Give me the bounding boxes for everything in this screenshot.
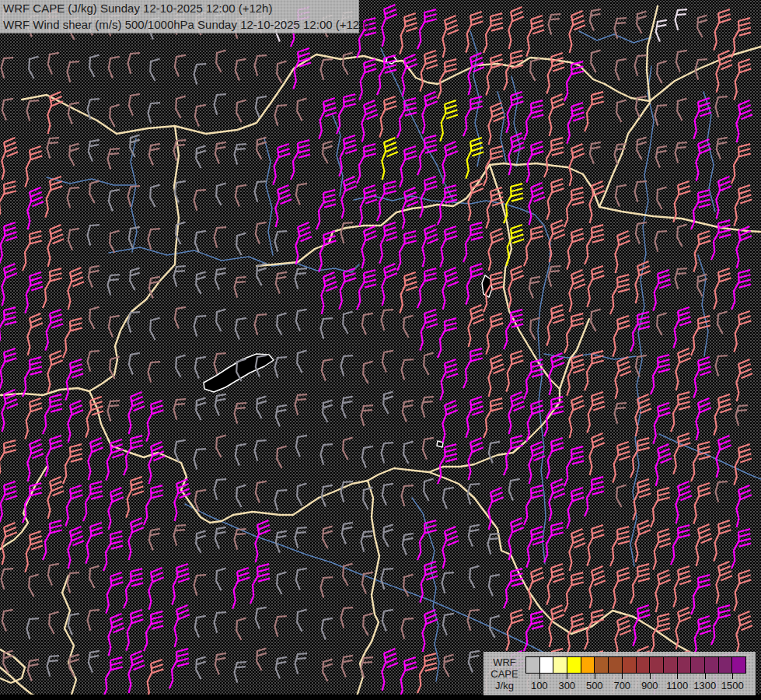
wind-barb bbox=[339, 394, 354, 418]
wind-barb bbox=[145, 359, 160, 383]
colorbar-cell bbox=[623, 657, 637, 673]
wind-barb bbox=[421, 91, 438, 135]
wind-barb bbox=[712, 267, 732, 311]
wind-barb bbox=[710, 218, 734, 263]
wind-barb bbox=[231, 526, 247, 550]
wind-barb bbox=[568, 395, 585, 439]
wind-barb bbox=[548, 604, 565, 648]
wind-barb bbox=[672, 265, 688, 289]
wind-barb bbox=[672, 6, 688, 30]
wind-barb bbox=[104, 571, 124, 615]
wind-barb bbox=[522, 357, 546, 402]
wind-barb bbox=[0, 347, 18, 391]
wind-barb bbox=[587, 140, 602, 164]
wind-barb bbox=[44, 653, 60, 677]
wind-barb bbox=[1, 389, 19, 432]
colorbar-tick bbox=[650, 674, 651, 679]
wind-barb bbox=[127, 650, 146, 694]
legend-label: WRF CAPE J/kg bbox=[483, 652, 525, 691]
wind-barb bbox=[84, 607, 99, 631]
colorbar-cell bbox=[719, 657, 733, 673]
wind-barb bbox=[172, 53, 186, 77]
wind-barb bbox=[695, 138, 712, 182]
map-canvas bbox=[0, 0, 761, 700]
wind-barb bbox=[231, 400, 247, 424]
wind-barb bbox=[613, 57, 627, 81]
wind-barb bbox=[253, 220, 267, 244]
colorbar-cell bbox=[609, 657, 623, 673]
wind-barb bbox=[26, 313, 44, 356]
wind-barb bbox=[232, 57, 246, 81]
wind-barb bbox=[317, 441, 333, 465]
wind-barb bbox=[23, 615, 39, 639]
wind-barb bbox=[44, 434, 64, 478]
wind-barb bbox=[528, 182, 546, 226]
wind-barb bbox=[321, 399, 333, 422]
wind-barb bbox=[0, 179, 18, 224]
wind-barb bbox=[190, 61, 206, 85]
wind-barb bbox=[422, 478, 434, 501]
wind-barb bbox=[23, 397, 44, 441]
wind-barb bbox=[568, 143, 585, 187]
wind-barb bbox=[0, 54, 13, 79]
wind-barb bbox=[341, 436, 353, 460]
wind-barb bbox=[341, 310, 353, 334]
wind-barb bbox=[482, 144, 504, 189]
wind-barb bbox=[484, 53, 504, 97]
wind-barb bbox=[464, 10, 484, 54]
wind-barb bbox=[649, 485, 672, 530]
wind-barb bbox=[194, 145, 207, 168]
colorbar-tick-label: 100 bbox=[531, 680, 548, 691]
wind-barb bbox=[508, 265, 525, 309]
wind-barb bbox=[655, 312, 667, 335]
wind-barb bbox=[735, 100, 754, 143]
wind-barb bbox=[486, 572, 500, 597]
wind-barb bbox=[508, 6, 525, 50]
wind-barb bbox=[712, 478, 728, 502]
wind-barb bbox=[127, 517, 145, 561]
wind-barb bbox=[416, 7, 438, 52]
wind-barb bbox=[65, 100, 79, 124]
wind-barb bbox=[398, 482, 414, 506]
wind-barb bbox=[67, 400, 84, 443]
wind-barb bbox=[108, 103, 120, 127]
wind-barb bbox=[126, 225, 140, 249]
wind-barb bbox=[522, 224, 545, 269]
wind-barb bbox=[695, 397, 712, 441]
wind-barb bbox=[275, 312, 287, 335]
wind-barb bbox=[64, 358, 85, 402]
wind-barb bbox=[337, 604, 353, 628]
wind-barb bbox=[172, 305, 186, 329]
wind-barb bbox=[275, 60, 287, 83]
wind-barb bbox=[614, 230, 631, 274]
wind-barb bbox=[44, 135, 60, 159]
wind-barb bbox=[712, 8, 732, 52]
wind-barb bbox=[716, 310, 728, 334]
wind-barb bbox=[47, 224, 65, 268]
wind-barb bbox=[194, 656, 207, 679]
wind-barb bbox=[232, 183, 246, 207]
wind-barb bbox=[468, 565, 480, 588]
country-border bbox=[650, 47, 761, 101]
wind-barb bbox=[358, 58, 378, 102]
wind-barb bbox=[381, 263, 398, 306]
wind-barb bbox=[361, 360, 373, 383]
wind-barb bbox=[442, 267, 460, 310]
wind-barb bbox=[379, 348, 393, 373]
wind-barb bbox=[672, 432, 692, 476]
wind-barb bbox=[587, 7, 602, 31]
wind-barb bbox=[692, 355, 713, 400]
wind-barb bbox=[615, 99, 627, 122]
wind-barb bbox=[651, 228, 667, 252]
wind-barb bbox=[86, 138, 100, 162]
wind-barb bbox=[84, 96, 99, 120]
wind-barb bbox=[545, 303, 566, 348]
wind-barb bbox=[421, 224, 440, 268]
wind-barb bbox=[27, 573, 39, 597]
wind-barb bbox=[545, 51, 566, 96]
wind-barb bbox=[611, 566, 631, 611]
wind-barb bbox=[487, 354, 506, 397]
wind-barb bbox=[293, 433, 307, 457]
wind-barb bbox=[273, 529, 288, 553]
wind-barb bbox=[68, 142, 80, 166]
